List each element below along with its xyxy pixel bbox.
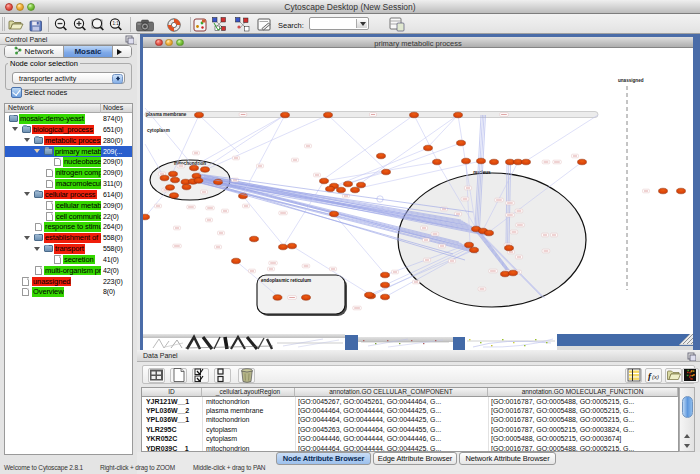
svg-text:1:1: 1:1 — [112, 21, 119, 26]
svg-text:plasma membrane: plasma membrane — [146, 112, 187, 117]
svg-text:(x): (x) — [652, 374, 659, 380]
svg-text:unassigned: unassigned — [618, 78, 644, 83]
svg-text:endoplasmic reticulum: endoplasmic reticulum — [261, 278, 311, 283]
svg-text:cytoplasm: cytoplasm — [147, 128, 170, 133]
